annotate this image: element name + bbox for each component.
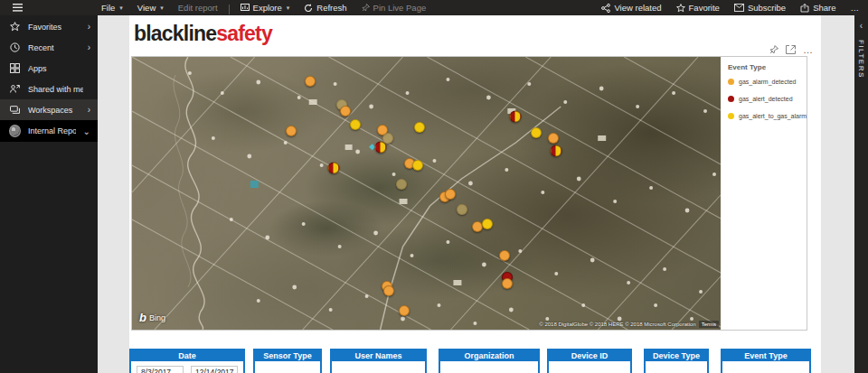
event-marker[interactable] bbox=[499, 250, 510, 261]
explore-icon bbox=[241, 4, 250, 13]
chevron-right-icon: › bbox=[88, 105, 90, 115]
bing-satellite-map[interactable]: b Bing © 2018 DigitalGlobe © 2018 HERE ©… bbox=[132, 57, 721, 330]
event-marker[interactable] bbox=[374, 141, 386, 153]
chevron-down-icon: ▾ bbox=[160, 5, 164, 12]
event-type-dropdown[interactable]: (Multiple Selections) ∨ bbox=[722, 361, 809, 373]
favorite-button[interactable]: Favorite bbox=[669, 0, 727, 15]
event-marker[interactable] bbox=[350, 119, 361, 130]
apps-grid-icon bbox=[9, 63, 21, 73]
pin-live-page-button: Pin Live Page bbox=[354, 0, 434, 15]
slicer-device-id: Device ID All ∨ bbox=[547, 349, 632, 373]
event-marker[interactable] bbox=[531, 127, 542, 138]
report-canvas: blacklinesafety … bbox=[129, 15, 821, 373]
pin-live-page-label: Pin Live Page bbox=[373, 3, 427, 13]
sensor-type-dropdown[interactable]: All ∨ bbox=[255, 361, 320, 373]
file-menu-label: File bbox=[101, 3, 115, 13]
legend-dot bbox=[728, 79, 734, 85]
event-marker[interactable] bbox=[414, 122, 425, 133]
slicer-sensor-type: Sensor Type All ∨ bbox=[253, 349, 322, 373]
date-start-input[interactable]: 8/3/2017 bbox=[137, 366, 184, 373]
workspace-avatar bbox=[9, 125, 21, 137]
pin-visual-icon[interactable] bbox=[769, 45, 778, 54]
legend-item-gas-alarm-detected[interactable]: gas_alarm_detected bbox=[728, 79, 801, 85]
view-related-button[interactable]: View related bbox=[594, 0, 668, 15]
slicer-sensor-type-header: Sensor Type bbox=[255, 350, 320, 361]
top-menubar: File▾ View▾ Edit report Explore▾ Refresh bbox=[0, 0, 868, 15]
more-options-button[interactable]: … bbox=[844, 0, 867, 15]
event-marker[interactable] bbox=[412, 160, 423, 171]
share-label: Share bbox=[813, 3, 835, 13]
event-marker[interactable] bbox=[396, 179, 407, 190]
legend-title: Event Type bbox=[728, 63, 801, 71]
slicer-event-type: Event Type (Multiple Selections) ∨ bbox=[721, 349, 811, 373]
map-attribution: © 2018 DigitalGlobe © 2018 HERE © 2018 M… bbox=[539, 321, 719, 328]
refresh-label: Refresh bbox=[316, 3, 346, 13]
event-marker[interactable] bbox=[548, 133, 559, 144]
device-type-select-all[interactable]: Select All bbox=[646, 361, 707, 373]
envelope-icon bbox=[734, 4, 744, 12]
event-marker[interactable] bbox=[383, 285, 394, 296]
event-marker[interactable] bbox=[286, 126, 297, 136]
sidebar-item-internal-reports[interactable]: Internal Reports ⌄ bbox=[0, 120, 98, 142]
date-end-input[interactable]: 12/14/2017 bbox=[191, 366, 238, 373]
event-marker[interactable] bbox=[399, 305, 410, 316]
event-marker[interactable] bbox=[305, 76, 316, 87]
chevron-down-icon: ▾ bbox=[119, 5, 123, 12]
terms-link[interactable]: Terms bbox=[699, 321, 719, 328]
refresh-button[interactable]: Refresh bbox=[297, 0, 354, 15]
event-marker[interactable] bbox=[510, 111, 522, 123]
sidebar-label-favorites: Favorites bbox=[28, 23, 80, 32]
visual-more-options[interactable]: … bbox=[803, 45, 813, 54]
filters-panel-collapsed: ‹ FILTERS bbox=[854, 15, 868, 373]
chevron-right-icon: › bbox=[88, 42, 90, 52]
sidebar-item-favorites[interactable]: Favorites › bbox=[0, 16, 98, 37]
map-visual: b Bing © 2018 DigitalGlobe © 2018 HERE ©… bbox=[131, 56, 807, 331]
chevron-down-icon: ▾ bbox=[287, 5, 290, 12]
map-roads-layer bbox=[132, 57, 721, 330]
slicer-device-type: Device Type Select All bbox=[644, 349, 709, 373]
user-names-dropdown[interactable]: All ∨ bbox=[332, 361, 425, 373]
sidebar-item-workspaces[interactable]: Workspaces › bbox=[0, 99, 98, 120]
event-marker[interactable] bbox=[482, 219, 493, 229]
left-nav-sidebar: Favorites › Recent › Apps Shared with me bbox=[0, 15, 98, 373]
sidebar-label-apps: Apps bbox=[28, 64, 83, 73]
slicer-organization: Organization All ∨ bbox=[439, 349, 540, 373]
view-related-icon bbox=[601, 4, 610, 13]
event-marker[interactable] bbox=[445, 189, 456, 200]
sidebar-item-recent[interactable]: Recent › bbox=[0, 37, 98, 58]
legend-item-gas-alert-to-gas-alarm[interactable]: gas_alert_to_gas_alarm bbox=[728, 113, 801, 119]
bing-logo[interactable]: b Bing bbox=[139, 311, 165, 324]
explore-menu[interactable]: Explore▾ bbox=[233, 0, 297, 15]
logo-text-safety: safety bbox=[216, 22, 272, 45]
sidebar-item-shared-with-me[interactable]: Shared with me bbox=[0, 79, 98, 99]
event-marker[interactable] bbox=[502, 278, 513, 289]
slicer-device-id-header: Device ID bbox=[549, 350, 630, 361]
device-id-dropdown[interactable]: All ∨ bbox=[549, 361, 630, 373]
share-icon bbox=[800, 4, 809, 13]
expand-filters-chevron[interactable]: ‹ bbox=[860, 21, 863, 31]
blackline-safety-logo: blacklinesafety bbox=[134, 22, 272, 45]
event-marker[interactable] bbox=[327, 162, 339, 173]
event-marker[interactable] bbox=[457, 204, 467, 215]
slicer-event-type-header: Event Type bbox=[722, 350, 809, 361]
legend-label: gas_alert_to_gas_alarm bbox=[739, 113, 807, 119]
legend-label: gas_alert_detected bbox=[739, 96, 793, 102]
subscribe-button[interactable]: Subscribe bbox=[727, 0, 793, 15]
share-button[interactable]: Share bbox=[793, 0, 843, 15]
filters-panel-label[interactable]: FILTERS bbox=[857, 40, 865, 79]
star-icon bbox=[9, 22, 21, 32]
pin-icon bbox=[362, 4, 370, 12]
sidebar-item-apps[interactable]: Apps bbox=[0, 58, 98, 79]
event-marker[interactable] bbox=[340, 106, 351, 117]
file-menu[interactable]: File▾ bbox=[94, 0, 130, 15]
event-marker[interactable] bbox=[551, 145, 562, 156]
view-menu[interactable]: View▾ bbox=[130, 0, 171, 15]
hamburger-menu-button[interactable] bbox=[5, 0, 30, 15]
ellipsis-icon: … bbox=[851, 3, 860, 13]
slicer-date: Date 8/3/2017 12/14/2017 bbox=[129, 349, 245, 373]
slicer-user-names-header: User Names bbox=[332, 350, 425, 361]
focus-mode-icon[interactable] bbox=[786, 45, 796, 54]
organization-dropdown[interactable]: All ∨ bbox=[440, 361, 538, 373]
legend-item-gas-alert-detected[interactable]: gas_alert_detected bbox=[728, 96, 801, 102]
sidebar-label-shared-with-me: Shared with me bbox=[28, 85, 83, 94]
